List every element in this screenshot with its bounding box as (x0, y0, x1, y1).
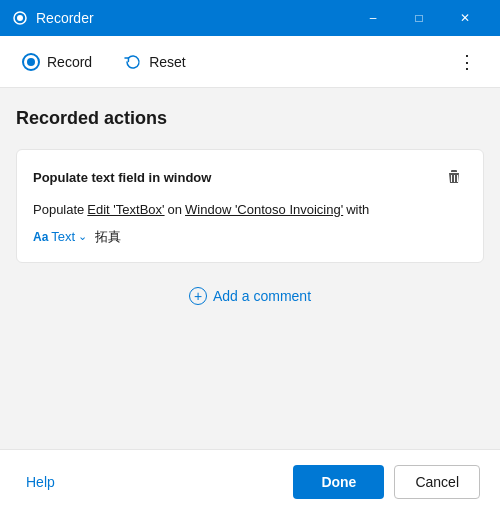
record-button[interactable]: Record (16, 49, 98, 75)
toolbar: Record Reset ⋮ (0, 36, 500, 88)
window-link[interactable]: Window 'Contoso Invoicing' (185, 200, 343, 221)
action-card-header: Populate text field in window (33, 164, 467, 190)
action-card: Populate text field in window Populate E… (16, 149, 484, 263)
chinese-text: 拓真 (95, 227, 121, 248)
title-bar-left: Recorder (12, 10, 94, 26)
svg-point-1 (17, 15, 23, 21)
section-title: Recorded actions (16, 108, 484, 129)
populate-prefix: Populate (33, 200, 84, 221)
footer: Help Done Cancel (0, 449, 500, 513)
action-description-line1: Populate Edit 'TextBox' on Window 'Conto… (33, 200, 467, 221)
done-button[interactable]: Done (293, 465, 384, 499)
action-card-title: Populate text field in window (33, 170, 211, 185)
more-options-button[interactable]: ⋮ (450, 47, 484, 77)
toolbar-left: Record Reset (16, 49, 192, 75)
cancel-button[interactable]: Cancel (394, 465, 480, 499)
delete-action-button[interactable] (441, 164, 467, 190)
maximize-button[interactable]: □ (396, 0, 442, 36)
reset-label: Reset (149, 54, 186, 70)
footer-right: Done Cancel (293, 465, 480, 499)
minimize-button[interactable]: – (350, 0, 396, 36)
reset-icon (124, 53, 142, 71)
title-bar-controls: – □ ✕ (350, 0, 488, 36)
record-icon-inner (27, 58, 35, 66)
recorder-icon (12, 10, 28, 26)
add-comment-button[interactable]: + Add a comment (16, 279, 484, 313)
main-content: Recorded actions Populate text field in … (0, 88, 500, 449)
add-comment-icon: + (189, 287, 207, 305)
reset-button[interactable]: Reset (118, 49, 192, 75)
trash-icon (445, 168, 463, 186)
action-card-body: Populate Edit 'TextBox' on Window 'Conto… (33, 200, 467, 248)
record-icon (22, 53, 40, 71)
title-bar-title: Recorder (36, 10, 94, 26)
edit-textbox-link[interactable]: Edit 'TextBox' (87, 200, 164, 221)
more-options-icon: ⋮ (458, 51, 476, 73)
action-description-line2: Aa Text ⌄ 拓真 (33, 227, 467, 248)
with-text: with (346, 200, 369, 221)
var-label: Text (51, 227, 75, 248)
on-text: on (168, 200, 182, 221)
text-variable[interactable]: Aa Text ⌄ (33, 227, 87, 248)
record-label: Record (47, 54, 92, 70)
chevron-down-icon: ⌄ (78, 228, 87, 246)
var-icon: Aa (33, 228, 48, 247)
add-comment-label: Add a comment (213, 288, 311, 304)
help-button[interactable]: Help (20, 470, 61, 494)
title-bar: Recorder – □ ✕ (0, 0, 500, 36)
close-button[interactable]: ✕ (442, 0, 488, 36)
